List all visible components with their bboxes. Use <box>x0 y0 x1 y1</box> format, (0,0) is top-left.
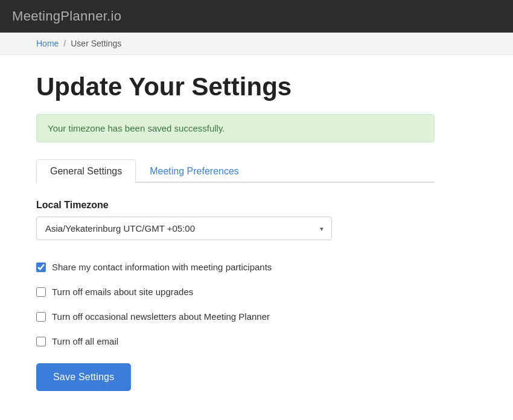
checkbox-turn-off-upgrades[interactable] <box>36 287 46 297</box>
breadcrumb-current: User Settings <box>71 39 121 48</box>
timezone-label: Local Timezone <box>36 200 435 211</box>
checkbox-item-share-contact[interactable]: Share my contact information with meetin… <box>36 255 435 279</box>
breadcrumb: Home / User Settings <box>36 39 477 48</box>
breadcrumb-bar: Home / User Settings <box>0 33 513 55</box>
main-content: Update Your Settings Your timezone has b… <box>0 55 471 420</box>
checkbox-item-turn-off-newsletters[interactable]: Turn off occasional newsletters about Me… <box>36 304 435 329</box>
checkbox-turn-off-all-email[interactable] <box>36 337 46 346</box>
site-header: MeetingPlanner.io <box>0 0 513 33</box>
timezone-wrapper: Asia/Yekaterinburg UTC/GMT +05:00 <box>36 217 332 240</box>
success-alert: Your timezone has been saved successfull… <box>36 114 435 142</box>
checkbox-share-contact[interactable] <box>36 262 46 272</box>
breadcrumb-separator: / <box>63 39 66 48</box>
page-title: Update Your Settings <box>36 73 435 101</box>
checkbox-label-turn-off-newsletters: Turn off occasional newsletters about Me… <box>52 311 270 322</box>
checkbox-group: Share my contact information with meetin… <box>36 255 435 354</box>
general-settings-form: Local Timezone Asia/Yekaterinburg UTC/GM… <box>36 200 435 391</box>
checkbox-label-turn-off-all-email: Turn off all email <box>52 336 118 346</box>
checkbox-turn-off-newsletters[interactable] <box>36 312 46 322</box>
checkbox-label-share-contact: Share my contact information with meetin… <box>52 262 272 272</box>
timezone-select[interactable]: Asia/Yekaterinburg UTC/GMT +05:00 <box>36 217 332 240</box>
tab-general-settings[interactable]: General Settings <box>36 159 136 183</box>
checkbox-item-turn-off-upgrades[interactable]: Turn off emails about site upgrades <box>36 279 435 304</box>
tab-meeting-preferences[interactable]: Meeting Preferences <box>136 159 253 183</box>
site-logo: MeetingPlanner.io <box>12 8 121 24</box>
breadcrumb-home-link[interactable]: Home <box>36 39 59 48</box>
checkbox-label-turn-off-upgrades: Turn off emails about site upgrades <box>52 287 193 297</box>
save-settings-button[interactable]: Save Settings <box>36 363 131 391</box>
checkbox-item-turn-off-all-email[interactable]: Turn off all email <box>36 329 435 354</box>
settings-tabs: General Settings Meeting Preferences <box>36 159 435 183</box>
alert-message: Your timezone has been saved successfull… <box>48 123 225 133</box>
